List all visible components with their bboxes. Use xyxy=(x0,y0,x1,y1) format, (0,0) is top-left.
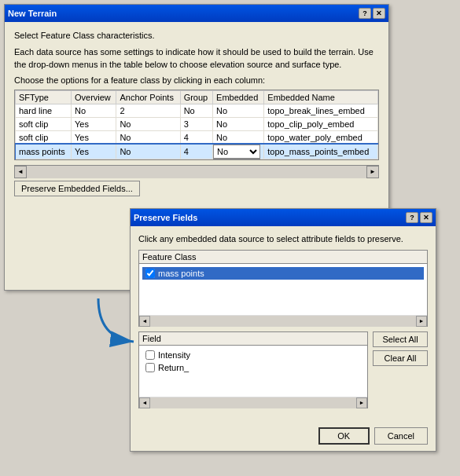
feature-class-content: mass points xyxy=(139,264,427,315)
feature-table: SFType Overview Anchor Points Group Embe… xyxy=(15,90,378,159)
table-row[interactable]: soft clip Yes No 3 No topo_clip_poly_emb… xyxy=(16,118,378,131)
preserve-window-title: Preserve Fields xyxy=(134,213,197,222)
field-item-intensity[interactable]: Intensity xyxy=(142,349,364,361)
main-scrollbar: ◄ ► xyxy=(14,165,379,178)
cancel-button[interactable]: Cancel xyxy=(374,427,428,445)
table-row[interactable]: hard line No 2 No No topo_break_lines_em… xyxy=(16,104,378,118)
main-description-2: Each data source has some settings to in… xyxy=(14,46,379,71)
field-scroll-track[interactable] xyxy=(150,397,356,408)
feature-class-scrollbar: ◄ ► xyxy=(139,315,427,326)
preserve-title-bar: Preserve Fields ? ✕ xyxy=(131,209,436,226)
main-title-bar: New Terrain ? ✕ xyxy=(5,5,388,22)
select-all-button[interactable]: Select All xyxy=(373,331,428,347)
table-row-selected[interactable]: mass points Yes No 4 No Yes Yes xyxy=(16,145,378,159)
field-label-intensity: Intensity xyxy=(158,350,190,360)
table-row[interactable]: soft clip Yes No 4 No topo_water_poly_em… xyxy=(16,131,378,145)
preserve-help-button[interactable]: ? xyxy=(406,212,418,223)
preserve-embedded-button[interactable]: Preserve Embedded Fields... xyxy=(14,181,140,196)
dialog-buttons: OK Cancel xyxy=(318,427,428,445)
feature-class-item[interactable]: mass points xyxy=(142,267,424,280)
col-group: Group xyxy=(180,91,212,104)
fc-scroll-track[interactable] xyxy=(150,316,416,327)
embedded-dropdown-container: No Yes Yes No xyxy=(213,145,263,159)
field-panel: Field Intensity Return_ ◄ ► xyxy=(138,331,368,408)
main-description-1: Select Feature Class characteristics. xyxy=(14,30,379,42)
main-window-title: New Terrain xyxy=(8,9,57,18)
main-help-button[interactable]: ? xyxy=(359,8,371,19)
clear-all-button[interactable]: Clear All xyxy=(373,350,428,366)
col-sftype: SFType xyxy=(16,91,72,104)
fc-scroll-right[interactable]: ► xyxy=(416,316,427,327)
dropdown-popup: Yes No xyxy=(213,159,260,160)
embedded-dropdown[interactable]: No Yes xyxy=(213,145,260,159)
feature-class-label: mass points xyxy=(158,269,204,278)
col-embedded-name: Embedded Name xyxy=(264,91,378,104)
col-embedded: Embedded xyxy=(213,91,264,104)
scroll-track[interactable] xyxy=(27,166,366,178)
section-label: Choose the options for a feature class b… xyxy=(14,75,379,85)
field-scrollbar: ◄ ► xyxy=(139,397,367,408)
field-label-return: Return_ xyxy=(158,363,189,372)
feature-class-panel: Feature Class mass points ◄ ► xyxy=(138,250,428,327)
data-table-container: SFType Overview Anchor Points Group Embe… xyxy=(14,90,379,160)
preserve-close-button[interactable]: ✕ xyxy=(420,212,432,223)
dropdown-option-yes[interactable]: Yes xyxy=(214,159,259,160)
blue-arrow xyxy=(90,291,153,355)
preserve-description: Click any embedded data source to select… xyxy=(138,234,428,243)
col-overview: Overview xyxy=(71,91,116,104)
field-item-return[interactable]: Return_ xyxy=(142,361,364,374)
preserve-fields-window: Preserve Fields ? ✕ Click any embedded d… xyxy=(130,208,436,452)
main-close-button[interactable]: ✕ xyxy=(373,8,385,19)
scroll-right-arrow[interactable]: ► xyxy=(366,166,379,178)
field-scroll-right[interactable]: ► xyxy=(356,397,367,408)
field-content: Intensity Return_ xyxy=(139,346,367,397)
feature-class-checkbox[interactable] xyxy=(145,269,155,278)
field-scroll-left[interactable]: ◄ xyxy=(139,397,150,408)
col-anchor: Anchor Points xyxy=(116,91,180,104)
ok-button[interactable]: OK xyxy=(318,427,370,445)
scroll-left-arrow[interactable]: ◄ xyxy=(14,166,27,178)
field-checkbox-return[interactable] xyxy=(145,363,155,372)
field-header: Field xyxy=(139,332,367,346)
feature-class-header: Feature Class xyxy=(139,251,427,264)
